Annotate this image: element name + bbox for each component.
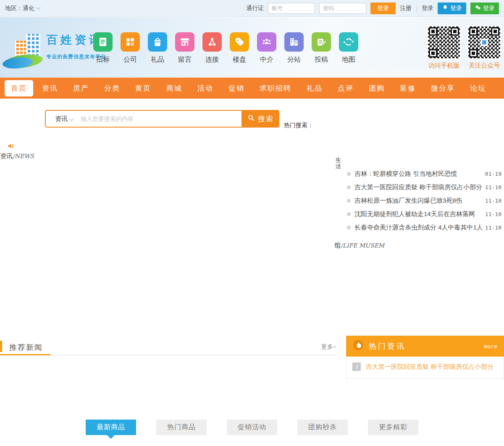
tab-more-highlights[interactable]: 更多精彩 — [368, 420, 418, 435]
chevron-down-icon — [70, 117, 74, 121]
nav-item-decoration[interactable]: 装修 — [394, 80, 422, 97]
quick-link-gongsi[interactable]: 公司 — [121, 32, 140, 64]
qr-wechat: 关注公众号 — [467, 26, 501, 70]
bullet-icon — [347, 226, 351, 230]
product-tabs: 最新商品 热门商品 促销活动 团购秒杀 更多精彩 — [0, 420, 504, 435]
tab-latest-products[interactable]: 最新商品 — [86, 420, 136, 435]
rank-badge: 1 — [352, 363, 361, 371]
search-input[interactable] — [77, 111, 242, 127]
news-row[interactable]: 沈阳无期徒刑犯人被劫走14天后在吉林落网 11-10 — [344, 207, 501, 221]
region-selector[interactable]: 地区：通化 — [5, 5, 40, 12]
life-section-suffix: 馆/LIFE MUSEM — [334, 242, 384, 250]
active-underline — [0, 354, 50, 355]
login-link[interactable]: 登录 — [422, 5, 433, 12]
auth-bar: 通行证 登录 注册 | 登录 登录 登录 — [246, 3, 499, 14]
hot-news-item[interactable]: 1 吉大第一医院回应质疑 称干部病房仅占小部分 — [352, 363, 498, 371]
nav-item-groupbuy[interactable]: 团购 — [362, 80, 391, 97]
qr-mobile-image — [427, 26, 461, 59]
nav-item-realestate[interactable]: 房产 — [67, 80, 95, 97]
nav-item-classified[interactable]: 分类 — [98, 80, 126, 97]
register-link[interactable]: 注册 — [400, 5, 412, 12]
quick-link-lianjie[interactable]: 连接 — [202, 32, 222, 64]
search-icon — [247, 114, 255, 124]
news-row[interactable]: 长春夺命美汁源含杀虫剂成分 4人中毒其中1人死亡 11-10 — [344, 221, 501, 234]
logo-buildings-icon — [4, 26, 46, 68]
bullet-icon — [347, 185, 351, 189]
news-row[interactable]: 吉大第一医院回应质疑 称干部病房仅占小部分 11-10 — [344, 180, 501, 194]
nav-item-promotions[interactable]: 促销 — [222, 80, 251, 97]
news-row[interactable]: 吉林：蛇群横穿公路 引当地村民恐慌 01-19 — [344, 167, 501, 180]
passport-label: 通行证 — [246, 5, 264, 12]
bag-icon — [148, 32, 167, 52]
main-nav: 首页 资讯 房产 分类 黄页 商城 活动 促销 求职招聘 礼品 点评 团购 装修… — [0, 78, 504, 99]
quick-link-loupan[interactable]: 楼盘 — [230, 32, 249, 64]
nav-item-yellowpages[interactable]: 黄页 — [129, 80, 158, 97]
recommended-more-link[interactable]: 更多›› — [321, 343, 336, 351]
nav-item-jobs[interactable]: 求职招聘 — [253, 80, 298, 97]
quick-link-liuyan[interactable]: 留言 — [175, 32, 194, 64]
news-row[interactable]: 吉林松原一炼油厂发生闪爆已致3死8伤 11-10 — [344, 194, 501, 207]
qq-login-button[interactable]: 登录 — [438, 3, 466, 14]
quick-link-fenzhan[interactable]: 分站 — [284, 32, 304, 64]
nav-item-home[interactable]: 首页 — [5, 80, 33, 97]
bullet-icon — [347, 212, 351, 216]
wechat-login-label: 登录 — [483, 5, 495, 12]
document-icon — [93, 32, 113, 52]
wechat-login-button[interactable]: 登录 — [470, 3, 499, 14]
region-label: 地区：通化 — [5, 5, 34, 11]
nav-item-microshare[interactable]: 微分享 — [425, 80, 461, 97]
chevron-down-icon — [37, 5, 41, 9]
site-header: 百姓资讯 专业的免费信息发布平台 招标 公司 礼品 — [0, 17, 504, 78]
nav-item-news[interactable]: 资讯 — [36, 80, 64, 97]
quick-icon-grid: 招标 公司 礼品 留言 — [93, 32, 358, 64]
hot-news-more-link[interactable]: more — [484, 343, 497, 349]
quick-link-tougao[interactable]: 投稿 — [312, 32, 331, 64]
grid-icon — [121, 32, 140, 52]
qq-icon — [442, 4, 449, 12]
search-button[interactable]: 搜索 — [242, 110, 279, 128]
tab-flash-deals[interactable]: 团购秒杀 — [297, 420, 348, 435]
topbar: 地区：通化 通行证 登录 注册 | 登录 登录 登录 — [0, 0, 504, 17]
hot-news-header: 热门资讯 more — [346, 336, 504, 357]
tab-hot-products[interactable]: 热门商品 — [156, 420, 207, 435]
nav-item-gifts[interactable]: 礼品 — [300, 80, 329, 97]
nav-item-activities[interactable]: 活动 — [191, 80, 220, 97]
storefront-icon — [175, 32, 194, 52]
tag-icon — [230, 32, 249, 52]
qq-login-label: 登录 — [450, 5, 462, 12]
news-title-en: /NEWS — [13, 153, 34, 159]
quick-link-ditu[interactable]: 地图 — [339, 32, 358, 64]
quick-link-zhongjie[interactable]: 中介 — [257, 32, 276, 64]
tab-promotions[interactable]: 促销活动 — [227, 420, 277, 435]
buildings-icon — [284, 32, 304, 52]
qr-wechat-image — [467, 26, 501, 59]
hot-news-panel: 热门资讯 more 1 吉大第一医院回应质疑 称干部病房仅占小部分 — [346, 336, 504, 379]
bullet-icon — [347, 199, 351, 203]
hot-news-body: 1 吉大第一医院回应质疑 称干部病房仅占小部分 — [346, 357, 504, 379]
search-category-dropdown[interactable]: 资讯 — [46, 111, 77, 127]
account-input[interactable] — [268, 3, 315, 14]
sync-icon — [339, 32, 358, 52]
password-input[interactable] — [319, 3, 366, 14]
people-icon — [257, 32, 276, 52]
nav-item-mall[interactable]: 商城 — [160, 80, 189, 97]
nav-item-reviews[interactable]: 点评 — [331, 80, 360, 97]
quick-link-lipin[interactable]: 礼品 — [148, 32, 167, 64]
news-section-header: 资讯/NEWS — [0, 142, 34, 160]
login-button[interactable]: 登录 — [370, 3, 396, 14]
nav-item-forum[interactable]: 论坛 — [464, 80, 492, 97]
life-section-vertical-label: 生活 — [336, 157, 342, 170]
search-box: 资讯 搜索 — [45, 110, 279, 128]
hot-news-title: 热门资讯 — [369, 341, 484, 351]
qr-center-logo — [480, 39, 488, 46]
site-logo[interactable]: 百姓资讯 专业的免费信息发布平台 — [3, 23, 91, 73]
speaker-icon — [7, 142, 34, 152]
search-button-label: 搜索 — [258, 114, 274, 124]
news-title-cn: 资讯 — [0, 152, 13, 159]
life-section-en: /LIFE MUSEM — [341, 242, 384, 249]
double-arrow-icon: ›› — [333, 343, 336, 350]
life-news-list: 吉林：蛇群横穿公路 引当地村民恐慌 01-19 吉大第一医院回应质疑 称干部病房… — [344, 167, 501, 234]
section-marker — [0, 341, 2, 352]
recommended-news-section: 推荐新闻 更多›› — [0, 339, 336, 356]
quick-link-zhaobiao[interactable]: 招标 — [93, 32, 113, 64]
